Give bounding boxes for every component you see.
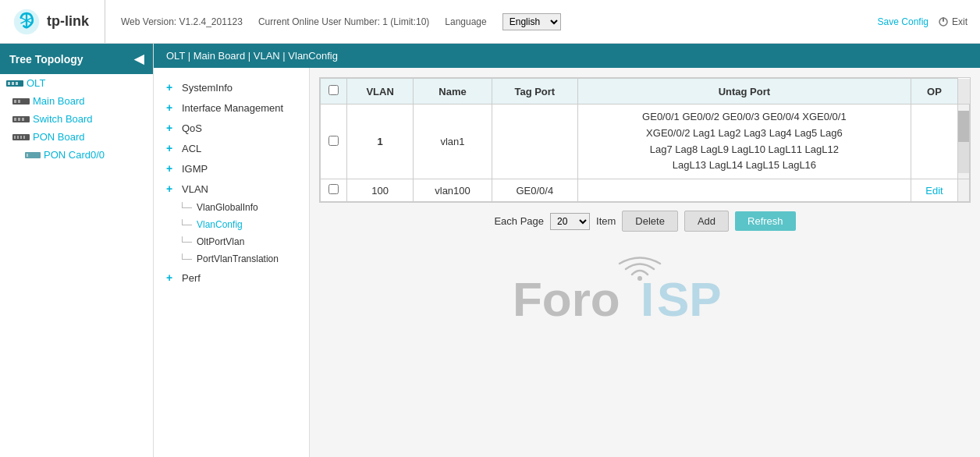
svg-rect-9 [18,100,20,103]
nav-item-system-info[interactable]: + SystemInfo [154,77,309,97]
table-row: 1 vlan1 GE0/0/1 GE0/0/2 GE0/0/3 GE0/0/4 … [321,105,970,179]
online-users: Current Online User Number: 1 (Limit:10) [258,16,429,27]
item-label: Item [596,215,616,227]
main-board-icon [12,97,30,106]
col-name: Name [414,79,492,105]
logo-area: tp-link [12,0,105,43]
expand-icon-igmp: + [166,162,177,175]
row2-tag-port: GE0/0/4 [492,179,577,202]
edit-button-row2[interactable]: Edit [925,185,943,197]
vlan-table: VLAN Name Tag Port Untag Port OP [320,78,970,202]
svg-rect-16 [17,136,19,139]
svg-rect-12 [18,118,20,121]
main-content: VLAN Name Tag Port Untag Port OP [310,68,980,457]
svg-rect-11 [14,118,16,121]
nav-sub-item-port-vlan-translation[interactable]: └─ PortVlanTranslation [154,250,309,267]
row2-op[interactable]: Edit [911,179,958,202]
col-op: OP [911,79,958,105]
nav-item-vlan[interactable]: + VLAN [154,179,309,199]
row2-vlan: 100 [347,179,414,202]
exit-button[interactable]: Exit [938,16,968,27]
nav-item-qos[interactable]: + QoS [154,118,309,138]
col-untag-port: Untag Port [577,79,911,105]
sidebar: Tree Topology ◀ OLT Main Board [0,44,154,457]
row1-checkbox[interactable] [328,136,339,146]
sidebar-toggle-button[interactable]: ◀ [134,51,144,66]
nav-sub-item-olt-port-vlan[interactable]: └─ OltPortVlan [154,233,309,250]
save-config-button[interactable]: Save Config [878,16,929,27]
foroisp-watermark: Foro I SP [513,255,778,325]
switch-board-label: Switch Board [33,113,93,125]
row2-checkbox[interactable] [328,184,339,194]
expand-icon-acl: + [166,142,177,154]
header-info: Web Version: V1.2.4_201123 Current Onlin… [105,13,878,30]
power-icon [938,16,949,27]
svg-rect-18 [23,136,25,139]
pon-board-icon [12,133,30,142]
sidebar-item-main-board[interactable]: Main Board [0,92,153,110]
scrollbar-row2 [958,179,970,202]
olt-icon [6,79,23,88]
refresh-button[interactable]: Refresh [735,211,796,231]
col-vlan: VLAN [347,79,414,105]
nav-sub-item-vlan-config[interactable]: └─ VlanConfig [154,216,309,233]
nav-item-acl[interactable]: + ACL [154,138,309,158]
web-version: Web Version: V1.2.4_201123 [121,16,243,27]
content-area: OLT | Main Board | VLAN | VlanConfig + S… [154,44,980,457]
header: tp-link Web Version: V1.2.4_201123 Curre… [0,0,980,44]
sidebar-item-pon-board[interactable]: PON Board [0,128,153,146]
watermark-content: Foro I SP [513,255,778,328]
vlan-table-container: VLAN Name Tag Port Untag Port OP [319,77,971,203]
breadcrumb: OLT | Main Board | VLAN | VlanConfig [154,44,980,68]
row2-untag-port [577,179,911,202]
expand-icon-qos: + [166,122,177,134]
sidebar-title: Tree Topology [9,53,83,66]
tplink-logo-icon [12,8,41,36]
expand-icon-vlan: + [166,182,177,195]
language-select[interactable]: English Chinese [502,13,561,30]
expand-icon-interface-mgmt: + [166,101,177,114]
row1-op [911,105,958,179]
switch-board-icon [12,115,30,124]
col-tag-port: Tag Port [492,79,577,105]
brand-name: tp-link [47,13,89,30]
nav-item-perf[interactable]: + Perf [154,267,309,288]
nav-item-interface-mgmt[interactable]: + Interface Management [154,97,309,118]
scrollbar-header [958,79,970,105]
pon-card-icon [25,151,41,159]
svg-text:SP: SP [657,272,722,325]
delete-button[interactable]: Delete [622,211,678,232]
page-size-select[interactable]: 20 50 100 [550,213,590,230]
nav-item-igmp[interactable]: + IGMP [154,158,309,179]
each-page-label: Each Page [494,215,544,227]
col-checkbox [321,79,347,105]
row1-vlan: 1 [347,105,414,179]
svg-rect-4 [8,82,10,85]
main-board-label: Main Board [33,95,84,107]
pon-board-label: PON Board [33,131,84,143]
add-button[interactable]: Add [684,211,729,232]
expand-icon-perf: + [166,271,177,284]
svg-text:I: I [641,272,654,325]
row1-tag-port [492,105,577,179]
sidebar-item-switch-board[interactable]: Switch Board [0,110,153,128]
main-layout: Tree Topology ◀ OLT Main Board [0,44,980,457]
nav-section-main: + SystemInfo + Interface Management + Qo… [154,74,309,291]
sidebar-item-olt[interactable]: OLT [0,74,153,92]
sidebar-header: Tree Topology ◀ [0,44,153,74]
watermark: Foro I SP [319,239,971,343]
header-right: Save Config Exit [878,16,968,27]
svg-rect-15 [14,136,16,139]
svg-rect-20 [27,154,28,157]
pon-card-label: PON Card0/0 [44,149,105,161]
svg-rect-6 [16,82,18,85]
left-nav: + SystemInfo + Interface Management + Qo… [154,68,310,457]
sidebar-item-pon-card[interactable]: PON Card0/0 [0,146,153,164]
svg-text:Foro: Foro [513,272,620,325]
nav-sub-item-vlan-global-info[interactable]: └─ VlanGlobalInfo [154,199,309,216]
svg-rect-17 [20,136,22,139]
svg-rect-5 [12,82,14,85]
select-all-checkbox[interactable] [328,85,339,95]
row2-name: vlan100 [414,179,492,202]
language-label: Language [445,16,486,27]
